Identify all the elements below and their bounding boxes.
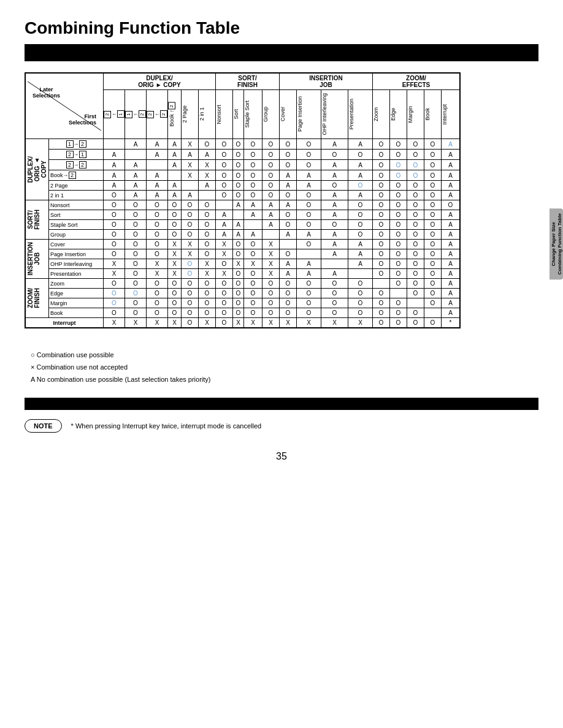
col-header-sort: Sort	[233, 90, 244, 139]
row-label: 2 in 1	[49, 191, 104, 200]
col-header-2in1: 2 in 1	[199, 90, 216, 139]
row-label-interrupt: Interrupt	[26, 318, 104, 328]
row-label: Nonsort	[49, 200, 104, 210]
table-row: SORT/FINISH Nonsort OOOOOOAAAAOAOOOOOO	[26, 200, 460, 210]
col-header-group: Group	[262, 90, 280, 139]
col-header-2: 1↑2	[125, 90, 147, 139]
col-header-margin: Margin	[407, 90, 424, 139]
col-header-book: Book ↑2	[168, 90, 182, 139]
col-header-edge: Edge	[390, 90, 407, 139]
row-label: Page Insertion	[49, 249, 104, 259]
table-row: INSERTIONJOB Cover OOOXXOXOOXOAAOOOOA	[26, 240, 460, 249]
table-row: Book OOOOOOOOOOOOOOOOOA	[26, 308, 460, 318]
legend-a: A No combination use possible (Last sele…	[31, 374, 538, 386]
row-label: Book→2	[49, 170, 104, 181]
row-label: Staple Sort	[49, 220, 104, 230]
side-tab: Change Paper SizeCombining Function Tabl…	[550, 208, 563, 279]
note-text: * When pressing Interrupt key twice, int…	[71, 422, 262, 430]
row-label: Zoom	[49, 279, 104, 289]
col-header-ohp: OHP Interleaving	[321, 90, 348, 139]
table-row: Book→2 AAAXXOOOOAAAAOOOOA	[26, 170, 460, 181]
col-header-book2: Book	[424, 90, 442, 139]
col-header-1: 2↑1	[104, 90, 125, 139]
table-row: Page Insertion OOOXXOXOOXOAAOOOOA	[26, 249, 460, 259]
legend-circle: ○ Combination use possible	[31, 349, 538, 362]
note-section: NOTE * When pressing Interrupt key twice…	[25, 419, 538, 433]
row-label: Cover	[49, 240, 104, 249]
function-table: LaterSelections FirstSelections DUPLEX/O…	[25, 72, 461, 328]
col-header-cover: Cover	[280, 90, 297, 139]
col-header-2page: 2 Page	[182, 90, 199, 139]
table-row: Interrupt XXXXOXOXXXXXXXOOOO*	[26, 318, 460, 328]
table-row: 2→1 AAAAAOOOOOOOOOOOOA	[26, 150, 460, 160]
row-label: 2→2	[49, 160, 104, 170]
table-row: 2→2 AAAXXOOOOOOAAOOOOA	[26, 160, 460, 170]
row-label: 2→1	[49, 150, 104, 160]
col-header-pageinsertion: Page Insertion	[297, 90, 321, 139]
page-number: 35	[25, 451, 538, 462]
col-group-sort: SORT/FINISH	[216, 74, 280, 90]
table-row: Sort OOOOOOAAAOOAOOOOOA	[26, 210, 460, 220]
row-group-insertion: INSERTIONJOB	[26, 240, 49, 279]
col-header-staplesort: Staple Sort	[244, 90, 262, 139]
black-bar-bottom	[25, 398, 538, 410]
page-title: Combining Function Table	[25, 18, 538, 38]
table-row: Group OOOOOOAAAAAAOOOOOA	[26, 230, 460, 240]
table-row: Margin OOOOOOOOOOOOOOOOOA	[26, 298, 460, 308]
row-label: Margin	[49, 298, 104, 308]
row-group-duplex: DUPLEX/ORIG ▲COPY	[26, 139, 49, 200]
col-group-zoom: ZOOM/EFFECTS	[373, 74, 460, 90]
note-label: NOTE	[25, 419, 62, 433]
col-header-zoom: Zoom	[373, 90, 390, 139]
row-label: OHP Interleaving	[49, 259, 104, 269]
row-label: 2 Page	[49, 181, 104, 191]
table-row: OHP Interleaving XOXXOXOXXXAAAOOOOA	[26, 259, 460, 269]
col-group-insertion: INSERTIONJOB	[280, 74, 373, 90]
table-row: 2 in 1 OAAAAOOOOOOAAOOOOA	[26, 191, 460, 200]
col-header-nonsort: Nonsort	[216, 90, 233, 139]
row-group-zoom: ZOOM/FINISH	[26, 279, 49, 318]
black-bar-top	[25, 44, 538, 61]
col-header-3: 2↑2	[147, 90, 168, 139]
table-row: Edge OOOOOOOOOOOOOOOOOA	[26, 289, 460, 298]
row-label: Group	[49, 230, 104, 240]
row-label: 1→2	[49, 139, 104, 150]
col-group-duplex: DUPLEX/ORIG ► COPY	[104, 74, 216, 90]
col-header-interrupt: Interrupt	[442, 90, 460, 139]
row-label: Presentation	[49, 269, 104, 279]
table-row: Staple Sort OOOOOOAAAOOOOOOOOA	[26, 220, 460, 230]
col-header-presentation: Presentation	[348, 90, 373, 139]
legend: ○ Combination use possible × Combination…	[25, 349, 538, 385]
table-row: 2 Page AAAAAOOOOAAOOOOOOA	[26, 181, 460, 191]
legend-cross: × Combination use not accepted	[31, 362, 538, 374]
row-label: Sort	[49, 210, 104, 220]
row-group-sort: SORT/FINISH	[26, 200, 49, 240]
table-row: DUPLEX/ORIG ▲COPY 1→2 AAAXOOOOOOOAAOOOOA	[26, 139, 460, 150]
row-label-edge: Edge	[49, 289, 104, 298]
row-label: Book	[49, 308, 104, 318]
table-row: ZOOM/FINISH Zoom OOOOOOOOOOOOOOOOOA	[26, 279, 460, 289]
table-row: Presentation XOXXOXXOOXAAAOOOOA	[26, 269, 460, 279]
